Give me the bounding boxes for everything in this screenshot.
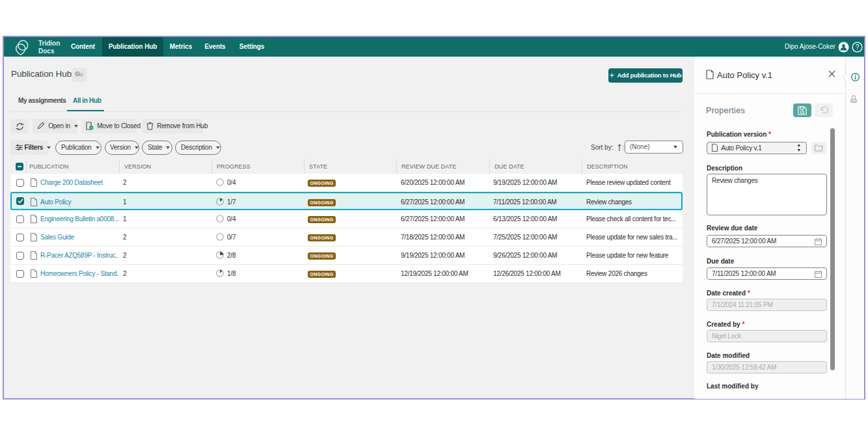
svg-text:?: ? <box>856 44 860 51</box>
